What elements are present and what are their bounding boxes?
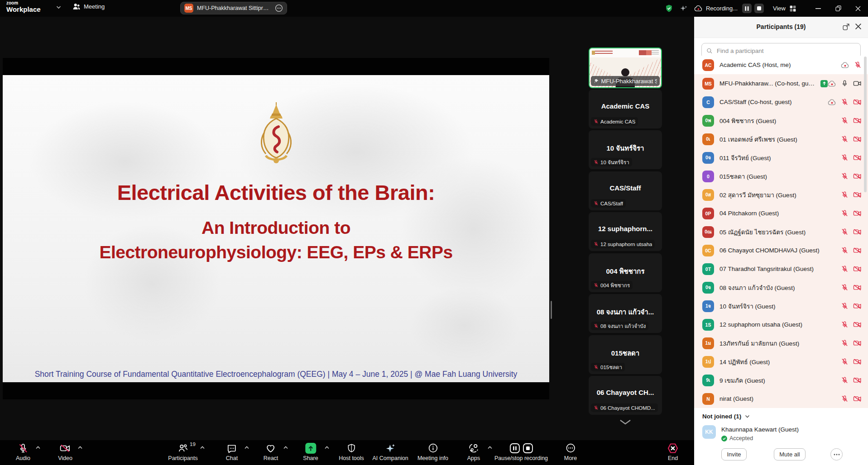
- participant-row[interactable]: 0จ08 จงนภา แก้วจำบัง (Guest): [694, 278, 868, 297]
- participant-row[interactable]: 0จ011 จีรวิทย์ (Guest): [694, 148, 868, 167]
- mic-muted-icon: [594, 201, 599, 206]
- camera-off-icon: [853, 340, 862, 346]
- panel-resize-handle[interactable]: [551, 301, 552, 319]
- react-button[interactable]: React: [264, 442, 278, 461]
- more-button[interactable]: More: [564, 442, 577, 461]
- not-joined-row[interactable]: KK Khaunnapa Kaewart (Guest) Accepted: [702, 425, 799, 441]
- participant-name: nirat (Guest): [719, 395, 753, 402]
- invite-button[interactable]: Invite: [721, 448, 747, 460]
- mfu-emblem-logo: [257, 101, 296, 169]
- video-button[interactable]: Video: [58, 442, 72, 461]
- map-decoration: [410, 288, 519, 365]
- mic-muted-icon: [854, 61, 862, 69]
- participant-row[interactable]: 0เ01 เทอดพงษ์ ศรีเพชร (Guest): [694, 130, 868, 148]
- participant-row[interactable]: 0015ชลดา (Guest): [694, 167, 868, 185]
- camera-off-icon: [853, 395, 862, 402]
- close-button[interactable]: [848, 0, 868, 17]
- logo-workplace-text: Workplace: [6, 6, 41, 13]
- avatar: 0เ: [702, 133, 714, 145]
- ai-companion-button[interactable]: AI Companion: [372, 442, 408, 461]
- close-panel-icon[interactable]: [855, 23, 862, 30]
- video-tile[interactable]: Academic CAS Academic CAS: [589, 90, 662, 128]
- stop-recording-button[interactable]: [754, 4, 764, 13]
- participant-row[interactable]: 1จ10 จันทร์จิรา (Guest): [694, 297, 868, 315]
- ellipsis-circle-icon[interactable]: [275, 4, 283, 12]
- tab-active-meeting[interactable]: MS MFU-Phakkharawat Sittiprapapir: [180, 2, 287, 14]
- pause-recording-icon[interactable]: [509, 443, 520, 454]
- audio-button[interactable]: Audio: [16, 442, 30, 461]
- not-joined-header[interactable]: Not joined (1): [702, 413, 750, 420]
- avatar: 1จ: [702, 300, 714, 312]
- participant-row[interactable]: 0T07 Tharadhol Tangsritrakul (Guest): [694, 260, 868, 278]
- participant-row[interactable]: Nnirat (Guest): [694, 389, 868, 408]
- zoom-workplace-logo: zoom Workplace: [6, 1, 41, 13]
- view-layout-icon[interactable]: [789, 5, 796, 12]
- end-meeting-button[interactable]: End: [667, 442, 679, 461]
- participant-row[interactable]: 9เ9 เขมภัค (Guest): [694, 371, 868, 389]
- host-tools-button[interactable]: Host tools: [339, 442, 364, 461]
- participant-row[interactable]: 0พ004 พิชชากร (Guest): [694, 111, 868, 130]
- chevron-up-icon[interactable]: [36, 446, 41, 449]
- search-input[interactable]: [716, 47, 856, 55]
- slide-footer-text: Short Training Course of Fundamental Qua…: [3, 370, 549, 379]
- pause-recording-button[interactable]: [742, 4, 752, 13]
- mute-all-button[interactable]: Mute all: [774, 448, 806, 460]
- chevron-up-icon[interactable]: [325, 446, 330, 449]
- video-tile[interactable]: 015ชลดา 015ชลดา: [589, 335, 662, 374]
- participant-name: 13ภัทรกันย์ มาลัยกนก (Guest): [719, 338, 799, 348]
- participant-name: 004 พิชชากร (Guest): [719, 116, 776, 126]
- participant-row[interactable]: 1S12 suphaphorn utsaha (Guest): [694, 315, 868, 334]
- meeting-info-button[interactable]: Meeting info: [417, 442, 448, 461]
- apps-button[interactable]: Apps: [467, 442, 480, 461]
- share-button[interactable]: Share: [303, 442, 318, 461]
- participants-button[interactable]: 19 Participants: [168, 442, 197, 461]
- meeting-stage: Electrical Activities of the Brain: An I…: [0, 17, 694, 440]
- mic-muted-icon: [841, 209, 849, 217]
- video-tile[interactable]: CAS/Staff CAS/Staff: [589, 171, 662, 210]
- mic-muted-icon: [841, 376, 849, 384]
- chevron-up-icon[interactable]: [200, 446, 205, 449]
- chevron-up-icon[interactable]: [78, 446, 83, 449]
- popout-icon[interactable]: [842, 23, 850, 31]
- end-label: End: [668, 455, 678, 461]
- tab-meeting[interactable]: Meeting: [72, 3, 105, 10]
- restore-button[interactable]: [828, 0, 848, 17]
- camera-off-icon: [853, 284, 862, 291]
- video-tile[interactable]: 06 Chayayot CH... 06 Chayayot CHOMD...: [589, 376, 662, 415]
- minimize-button[interactable]: [808, 0, 828, 17]
- participant-row[interactable]: 1ม13ภัทรกันย์ มาลัยกนก (Guest): [694, 334, 868, 352]
- slide-title-line1: Electrical Activities of the Brain:: [3, 180, 549, 205]
- camera-off-icon: [853, 228, 862, 235]
- participant-name: 07 Tharadhol Tangsritrakul (Guest): [719, 266, 814, 272]
- participant-row[interactable]: 0P04 Pitchakorn (Guest): [694, 204, 868, 223]
- chevron-down-icon[interactable]: [56, 5, 61, 9]
- participant-row[interactable]: 0ณ05 ณัฏฐ์ดนัย ไชยวรฉัตร (Guest): [694, 223, 868, 241]
- video-tile[interactable]: 08 จงนภา แก้วจำ... 08 จงนภา แก้วจำบัง: [589, 294, 662, 333]
- pause-stop-recording-button[interactable]: Pause/stop recording: [494, 442, 548, 461]
- avatar: 0C: [702, 245, 714, 256]
- view-button-label[interactable]: View: [773, 5, 786, 12]
- video-tile[interactable]: 004 พิชชากร 004 พิชชากร: [589, 253, 662, 292]
- strip-collapse-chevron-icon[interactable]: [618, 419, 633, 425]
- participant-name: 10 จันทร์จิรา (Guest): [719, 301, 776, 311]
- chevron-up-icon[interactable]: [245, 446, 249, 449]
- stop-recording-icon[interactable]: [522, 443, 533, 454]
- avatar: 1S: [702, 319, 714, 331]
- participant-row[interactable]: MS MFU-Phakkharaw... (Co-host, guest): [694, 74, 868, 93]
- video-tile[interactable]: 10 จันทร์จิรา 10 จันทร์จิรา: [589, 130, 662, 169]
- active-video-tile[interactable]: MFU-Phakkharawat Si...: [589, 47, 662, 88]
- participant-row[interactable]: 0ส02 สุดารวี มัทซุยามา (Guest): [694, 185, 868, 204]
- camera-off-icon: [853, 136, 862, 142]
- chevron-up-icon[interactable]: [283, 446, 288, 449]
- participant-row[interactable]: 1ป14 ปฏิพัทธ์ (Guest): [694, 352, 868, 371]
- video-name-tag: MFU-Phakkharawat Si...: [591, 76, 660, 86]
- panel-more-button[interactable]: [830, 448, 843, 460]
- shield-icon: [346, 442, 356, 454]
- chevron-up-icon[interactable]: [488, 446, 493, 449]
- participant-row[interactable]: 0C06 Chayayot CHOMDHAVAJ (Guest): [694, 241, 868, 260]
- scrollbar[interactable]: [864, 57, 867, 192]
- participant-row[interactable]: AC Academic CAS (Host, me): [694, 56, 868, 74]
- video-tile[interactable]: 12 suphaphorn... 12 suphaphorn utsaha: [589, 212, 662, 251]
- participant-row[interactable]: C CAS/Staff (Co-host, guest): [694, 93, 868, 111]
- chat-button[interactable]: Chat: [226, 442, 238, 461]
